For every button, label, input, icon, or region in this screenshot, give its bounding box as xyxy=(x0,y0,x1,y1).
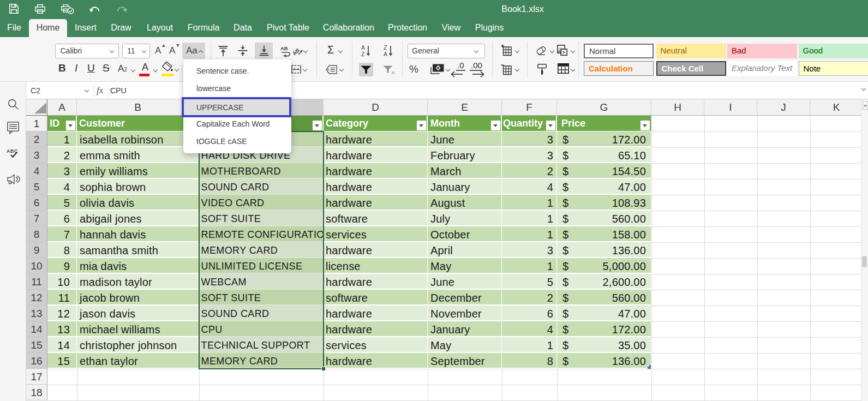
svg-text:AB: AB xyxy=(280,45,288,51)
svg-text:Z: Z xyxy=(361,51,365,57)
svg-text:A: A xyxy=(361,44,365,51)
svg-text:A: A xyxy=(384,51,387,57)
svg-text:>: > xyxy=(562,49,565,55)
svg-text:Z: Z xyxy=(384,44,387,51)
